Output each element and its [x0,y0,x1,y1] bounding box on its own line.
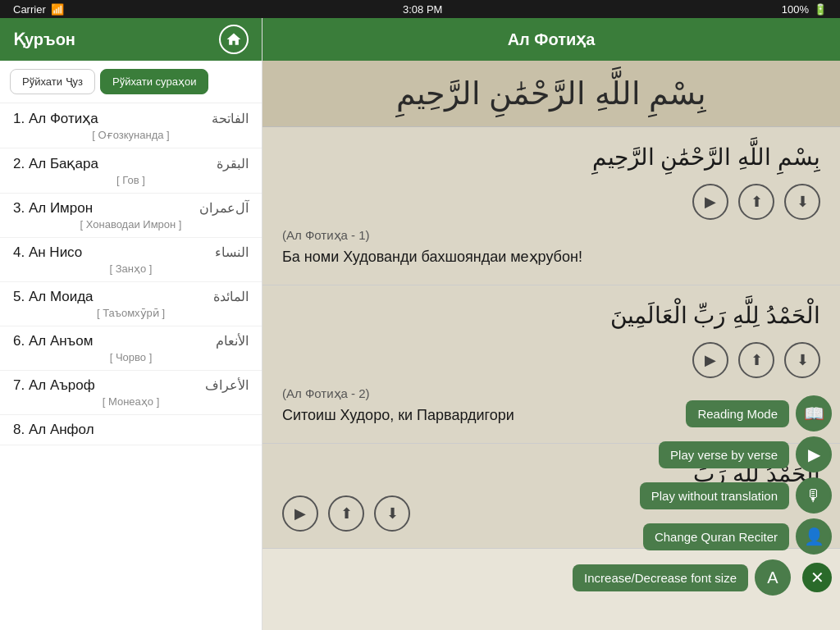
sidebar-title: Қуръон [13,30,75,49]
popup-play-verse-btn[interactable]: ▶ [796,436,832,472]
surah-item-4[interactable]: 4. Ан Нисо النساء [ Занҳо ] [0,238,262,282]
surah-name-ar-5: المائدة [213,289,249,304]
surah-name-tj-6: 6. Ал Анъом [13,333,93,349]
popup-reading-mode-label[interactable]: Reading Mode [686,400,789,427]
status-right: 100% 🔋 [782,3,827,16]
verse-1-bookmark-button[interactable]: ⬇ [784,184,820,220]
verse-2-controls: ▶ ⬆ ⬇ [282,342,820,378]
surah-subtitle-5: [ Таъомхӯрӣ ] [13,307,249,319]
sidebar-tabs: Рўйхати Ҷуз Рўйхати сураҳои [0,61,262,103]
verse-2-arabic: الْحَمْدُ لِلَّهِ رَبِّ الْعَالَمِينَ [282,302,820,329]
popup-change-reciter-btn[interactable]: 👤 [796,518,832,555]
popup-play-verse-label[interactable]: Play verse by verse [659,441,789,468]
surah-subtitle-1: [ Оғозкунанда ] [13,129,249,141]
verse-1-arabic: بِسْمِ اللَّهِ الرَّحْمَٰنِ الرَّحِيمِ [282,144,820,171]
bottom-share-button[interactable]: ⬆ [328,495,364,532]
popup-play-no-trans-btn[interactable]: 🎙 [796,477,832,514]
popup-close-button[interactable]: ✕ [802,563,832,592]
surah-name-ar-2: البقرة [217,156,249,171]
bismillah-banner: بِسْمِ اللَّهِ الرَّحْمَٰنِ الرَّحِيمِ [262,61,840,127]
status-left: Carrier 📶 [13,3,64,16]
popup-font-size-label[interactable]: Increase/Decrease font size [573,564,748,591]
surah-header-title: Ал Фотиҳа [508,30,596,49]
wifi-icon: 📶 [51,3,64,16]
home-icon [226,31,242,48]
popup-change-reciter-label[interactable]: Change Quran Reciter [643,523,789,550]
carrier-label: Carrier [13,3,46,16]
surah-list[interactable]: 1. Ал Фотиҳа الفاتحة [ Оғозкунанда ] 2. … [0,103,262,630]
popup-play-verse-item: Play verse by verse ▶ [573,436,832,472]
surah-subtitle-4: [ Занҳо ] [13,262,249,275]
verse-1-play-button[interactable]: ▶ [692,184,728,220]
sidebar: Қуръон Рўйхати Ҷуз Рўйхати сураҳои 1. Ал… [0,18,262,630]
surah-name-ar-6: الأنعام [216,333,249,349]
surah-name-tj-1: 1. Ал Фотиҳа [13,110,98,127]
surah-item-2[interactable]: 2. Ал Бақара البقرة [ Гов ] [0,148,262,194]
main-container: Қуръон Рўйхати Ҷуз Рўйхати сураҳои 1. Ал… [0,18,840,630]
surah-item-8[interactable]: 8. Ал Анфол [0,415,262,445]
surah-name-tj-3: 3. Ал Имрон [13,200,93,217]
surah-item-7[interactable]: 7. Ал Аъроф الأعراف [ Монеаҳо ] [0,371,262,415]
verse-2-play-button[interactable]: ▶ [692,342,728,378]
popup-change-reciter-item: Change Quran Reciter 👤 [573,518,832,555]
surah-subtitle-3: [ Хонаводаи Имрон ] [13,218,249,231]
bottom-bookmark-button[interactable]: ⬇ [374,495,410,532]
verse-1-translation: Ба номи Худованди бахшояндаи меҳрубон! [282,246,820,268]
main-header: Ал Фотиҳа [262,18,840,61]
surah-item-5[interactable]: 5. Ал Моида المائدة [ Таъомхӯрӣ ] [0,282,262,326]
bottom-play-buttons: ▶ ⬆ ⬇ [282,495,410,532]
surah-name-ar-4: النساء [215,244,249,260]
surah-subtitle-7: [ Монеаҳо ] [13,395,249,408]
tab-juz[interactable]: Рўйхати Ҷуз [10,69,95,94]
battery-label: 100% [782,3,809,16]
verse-block-1: بِسْمِ اللَّهِ الرَّحْمَٰنِ الرَّحِيمِ ▶… [262,127,840,285]
surah-name-ar-7: الأعراف [205,377,249,393]
surah-item-3[interactable]: 3. Ал Имрон آل‌عمران [ Хонаводаи Имрон ] [0,194,262,238]
surah-name-ar-1: الفاتحة [212,111,249,126]
popup-font-size-btn[interactable]: A [755,559,791,596]
tab-surah[interactable]: Рўйхати сураҳои [100,69,208,94]
bismillah-arabic: بِسْمِ اللَّهِ الرَّحْمَٰنِ الرَّحِيمِ [396,76,707,111]
popup-reading-mode-item: Reading Mode 📖 [573,395,832,431]
bottom-play-button[interactable]: ▶ [282,495,318,532]
main-content: Ал Фотиҳа بِسْمِ اللَّهِ الرَّحْمَٰنِ ال… [262,18,840,630]
verse-2-share-button[interactable]: ⬆ [738,342,774,378]
battery-icon: 🔋 [814,3,827,16]
surah-item-1[interactable]: 1. Ал Фотиҳа الفاتحة [ Оғозкунанда ] [0,103,262,148]
surah-name-tj-4: 4. Ан Нисо [13,244,82,261]
surah-name-tj-7: 7. Ал Аъроф [13,377,95,394]
popup-menu: Reading Mode 📖 Play verse by verse ▶ Pla… [573,395,832,596]
popup-play-no-trans-item: Play without translation 🎙 [573,477,832,514]
sidebar-header: Қуръон [0,18,262,61]
time-label: 3:08 PM [403,3,442,16]
surah-name-tj-8: 8. Ал Анфол [13,422,94,438]
surah-name-tj-5: 5. Ал Моида [13,289,94,305]
popup-font-size-item: Increase/Decrease font size A ✕ [573,559,832,596]
verse-1-controls: ▶ ⬆ ⬇ [282,184,820,220]
verse-1-share-button[interactable]: ⬆ [738,184,774,220]
surah-subtitle-2: [ Гов ] [13,174,249,186]
surah-item-6[interactable]: 6. Ал Анъом الأنعام [ Чорво ] [0,326,262,371]
status-bar: Carrier 📶 3:08 PM 100% 🔋 [0,0,840,18]
verse-2-bookmark-button[interactable]: ⬇ [784,342,820,378]
surah-name-ar-3: آل‌عمران [199,200,249,216]
surah-name-tj-2: 2. Ал Бақара [13,155,98,172]
surah-subtitle-6: [ Чорво ] [13,351,249,363]
popup-play-no-trans-label[interactable]: Play without translation [640,482,789,509]
verse-1-reference: (Ал Фотиҳа - 1) [282,228,820,243]
home-button[interactable] [219,25,249,54]
popup-reading-mode-btn[interactable]: 📖 [796,395,832,431]
